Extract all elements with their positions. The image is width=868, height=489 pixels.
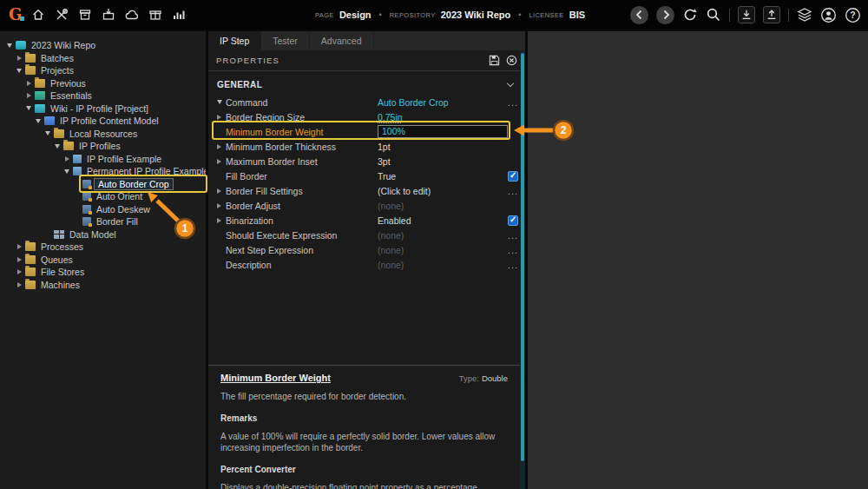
property-row-next-step-expression[interactable]: Next Step Expression(none)... bbox=[208, 242, 525, 257]
page-value[interactable]: Design bbox=[339, 10, 372, 20]
tab-advanced[interactable]: Advanced bbox=[310, 31, 374, 50]
ellipsis-button[interactable]: ... bbox=[508, 245, 518, 255]
property-row-minimum-border-weight[interactable]: Minimum Border Weight100% bbox=[208, 124, 525, 139]
tree-item-projects[interactable]: Projects bbox=[0, 64, 206, 77]
expander-icon[interactable] bbox=[15, 244, 23, 249]
binarization-checkbox[interactable] bbox=[508, 215, 518, 226]
tree-item-data-model[interactable]: Data Model bbox=[0, 228, 206, 241]
search-icon[interactable] bbox=[706, 7, 721, 23]
expander-icon[interactable] bbox=[24, 81, 33, 86]
ellipsis-button[interactable]: ... bbox=[508, 186, 518, 196]
tree-item-previous[interactable]: Previous bbox=[0, 77, 206, 90]
tree-item-auto-deskew[interactable]: Auto Deskew bbox=[0, 203, 206, 216]
download-icon[interactable] bbox=[738, 6, 755, 23]
property-row-minimum-border-thickness[interactable]: Minimum Border Thickness1pt bbox=[208, 139, 525, 154]
upload-icon[interactable] bbox=[763, 6, 780, 23]
chart-icon[interactable] bbox=[172, 8, 186, 22]
expander-icon[interactable] bbox=[15, 257, 23, 262]
ellipsis-button[interactable]: ... bbox=[508, 97, 518, 108]
ip-step-icon bbox=[82, 205, 91, 214]
expander-icon[interactable] bbox=[217, 144, 226, 149]
tree-item-processes[interactable]: Processes bbox=[0, 241, 206, 254]
layers-icon[interactable] bbox=[797, 7, 812, 23]
tree-item-queues[interactable]: Queues bbox=[0, 254, 206, 267]
grooper-logo[interactable]: G bbox=[9, 5, 22, 23]
fill-border-checkbox[interactable] bbox=[508, 171, 518, 182]
expander-icon[interactable] bbox=[217, 218, 226, 223]
tab-bar: IP Step Tester Advanced bbox=[208, 31, 525, 50]
close-icon[interactable] bbox=[506, 55, 517, 66]
expander-icon[interactable] bbox=[24, 93, 33, 98]
tree-item-essentials[interactable]: Essentials bbox=[0, 89, 206, 102]
archive-icon[interactable] bbox=[78, 8, 92, 22]
expander-icon[interactable] bbox=[34, 119, 43, 123]
minimum-border-weight-input[interactable]: 100% bbox=[378, 125, 508, 138]
expander-icon[interactable] bbox=[62, 169, 71, 174]
expander-icon[interactable] bbox=[24, 106, 33, 110]
refresh-icon[interactable] bbox=[682, 7, 698, 23]
cloud-icon[interactable] bbox=[125, 8, 139, 22]
home-icon[interactable] bbox=[31, 8, 45, 22]
export-box-icon[interactable] bbox=[102, 8, 115, 22]
tools-icon[interactable] bbox=[55, 8, 69, 22]
expander-icon[interactable] bbox=[217, 100, 226, 104]
expander-icon[interactable] bbox=[217, 115, 226, 120]
property-row-binarization[interactable]: BinarizationEnabled bbox=[208, 213, 525, 228]
expander-icon[interactable] bbox=[217, 159, 226, 164]
property-row-fill-border[interactable]: Fill BorderTrue bbox=[208, 169, 525, 183]
save-icon[interactable] bbox=[489, 55, 500, 66]
tree-item-border-fill[interactable]: Border Fill bbox=[0, 215, 206, 228]
breadcrumb: PAGE Design • REPOSITORY 2023 Wiki Repo … bbox=[315, 0, 585, 30]
back-icon[interactable] bbox=[630, 6, 648, 24]
forward-icon[interactable] bbox=[656, 6, 674, 24]
repository-label: REPOSITORY bbox=[390, 11, 436, 19]
expander-icon[interactable] bbox=[53, 144, 62, 149]
expander-icon[interactable] bbox=[5, 43, 14, 48]
property-row-border-region-size[interactable]: Border Region Size0.75in bbox=[208, 109, 525, 124]
property-row-maximum-border-inset[interactable]: Maximum Border Inset3pt bbox=[208, 154, 525, 169]
scrollbar-thumb[interactable] bbox=[521, 53, 524, 461]
expander-icon[interactable] bbox=[62, 156, 71, 162]
expander-icon[interactable] bbox=[217, 188, 226, 194]
tree-item-ip-profile-content-model[interactable]: IP Profile Content Model bbox=[0, 115, 206, 128]
property-row-border-adjust[interactable]: Border Adjust(none) bbox=[208, 198, 525, 213]
essentials-icon bbox=[35, 91, 45, 100]
tree-item-permanent-ip-profile-example[interactable]: Permanent IP Profile Example bbox=[0, 165, 206, 178]
property-row-border-fill-settings[interactable]: Border Fill Settings(Click to edit)... bbox=[208, 183, 525, 198]
property-row-command[interactable]: CommandAuto Border Crop... bbox=[208, 95, 525, 109]
expander-icon[interactable] bbox=[217, 203, 226, 208]
tree-item-wiki-ip-profile-project[interactable]: Wiki - IP Profile [Project] bbox=[0, 102, 206, 116]
repository-value[interactable]: 2023 Wiki Repo bbox=[441, 10, 511, 20]
expander-icon[interactable] bbox=[15, 282, 23, 287]
scrollbar[interactable] bbox=[520, 50, 525, 489]
section-general[interactable]: GENERAL bbox=[208, 76, 525, 93]
ellipsis-button[interactable]: ... bbox=[508, 230, 518, 241]
property-row-description[interactable]: Description(none)... bbox=[208, 257, 525, 272]
tree-item-auto-orient[interactable]: Auto Orient bbox=[0, 190, 206, 203]
licensee-value[interactable]: BIS bbox=[569, 10, 585, 20]
tab-ip-step[interactable]: IP Step bbox=[208, 31, 261, 50]
help-converter-text: Displays a double-precision floating poi… bbox=[220, 482, 508, 489]
package-icon[interactable] bbox=[148, 8, 162, 22]
user-icon[interactable] bbox=[820, 7, 837, 23]
tree-item-ip-profiles[interactable]: IP Profiles bbox=[0, 140, 206, 153]
tree-item-2023-wiki-repo[interactable]: 2023 Wiki Repo bbox=[0, 39, 206, 52]
expander-icon[interactable] bbox=[43, 131, 52, 135]
tree-item-ip-profile-example[interactable]: IP Profile Example bbox=[0, 153, 206, 166]
tree-item-machines[interactable]: Machines bbox=[0, 279, 206, 292]
folder-icon bbox=[25, 54, 36, 63]
ellipsis-button[interactable]: ... bbox=[508, 260, 518, 270]
property-grid: CommandAuto Border Crop... Border Region… bbox=[208, 95, 525, 272]
tree-item-batches[interactable]: Batches bbox=[0, 52, 206, 65]
expander-icon[interactable] bbox=[15, 69, 23, 73]
tree-item-local-resources[interactable]: Local Resources bbox=[0, 128, 206, 141]
expander-icon[interactable] bbox=[15, 56, 23, 61]
property-row-should-execute-expression[interactable]: Should Execute Expression(none)... bbox=[208, 228, 525, 242]
tab-tester[interactable]: Tester bbox=[261, 31, 310, 50]
toolbar-divider bbox=[788, 9, 789, 22]
tree-item-auto-border-crop[interactable]: Auto Border Crop bbox=[0, 178, 206, 191]
expander-icon[interactable] bbox=[15, 269, 23, 274]
help-icon[interactable]: ? bbox=[845, 7, 861, 23]
viewer-panel bbox=[528, 31, 868, 489]
tree-item-file-stores[interactable]: File Stores bbox=[0, 266, 206, 279]
